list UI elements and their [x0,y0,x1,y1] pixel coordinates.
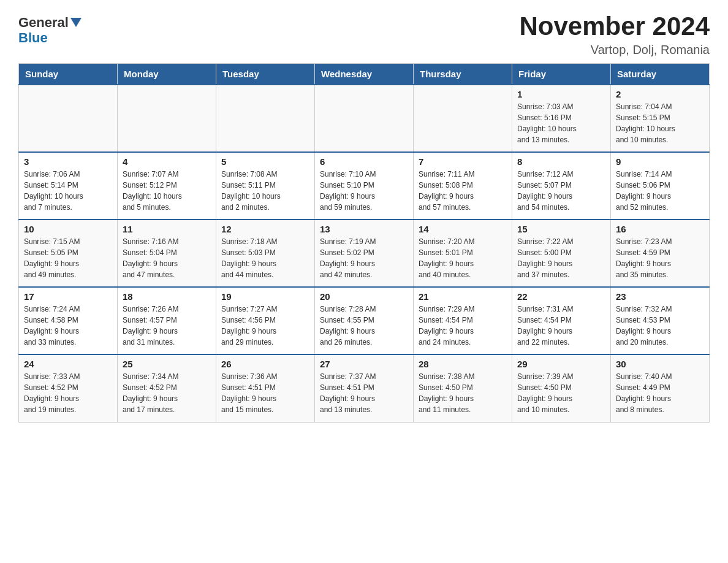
calendar-cell: 27Sunrise: 7:37 AMSunset: 4:51 PMDayligh… [315,354,414,422]
day-number: 25 [123,359,211,369]
calendar-cell: 24Sunrise: 7:33 AMSunset: 4:52 PMDayligh… [19,354,118,422]
calendar-cell: 26Sunrise: 7:36 AMSunset: 4:51 PMDayligh… [216,354,315,422]
day-info: Sunrise: 7:08 AMSunset: 5:11 PMDaylight:… [221,169,309,213]
day-info: Sunrise: 7:24 AMSunset: 4:58 PMDaylight:… [24,304,112,348]
day-number: 8 [517,156,605,167]
day-info: Sunrise: 7:07 AMSunset: 5:12 PMDaylight:… [123,169,211,213]
weekday-header-wednesday: Wednesday [315,64,414,85]
day-info: Sunrise: 7:16 AMSunset: 5:04 PMDaylight:… [123,236,211,280]
day-number: 10 [24,224,112,234]
calendar-cell: 10Sunrise: 7:15 AMSunset: 5:05 PMDayligh… [19,220,118,287]
weekday-header-saturday: Saturday [611,64,710,85]
calendar-header: SundayMondayTuesdayWednesdayThursdayFrid… [19,64,710,85]
weekday-header-thursday: Thursday [414,64,512,85]
calendar-cell: 22Sunrise: 7:31 AMSunset: 4:54 PMDayligh… [512,287,611,354]
day-number: 22 [517,291,605,302]
day-number: 18 [123,291,211,302]
location: Vartop, Dolj, Romania [519,43,710,57]
calendar-cell: 14Sunrise: 7:20 AMSunset: 5:01 PMDayligh… [414,220,512,287]
day-info: Sunrise: 7:27 AMSunset: 4:56 PMDaylight:… [221,304,309,348]
day-info: Sunrise: 7:23 AMSunset: 4:59 PMDaylight:… [616,236,704,280]
day-number: 28 [419,359,507,369]
day-info: Sunrise: 7:33 AMSunset: 4:52 PMDaylight:… [24,371,112,415]
calendar-cell: 25Sunrise: 7:34 AMSunset: 4:52 PMDayligh… [118,354,216,422]
calendar-cell [118,85,216,152]
calendar-cell: 4Sunrise: 7:07 AMSunset: 5:12 PMDaylight… [118,152,216,220]
day-info: Sunrise: 7:04 AMSunset: 5:15 PMDaylight:… [616,101,704,145]
calendar-cell: 6Sunrise: 7:10 AMSunset: 5:10 PMDaylight… [315,152,414,220]
calendar-cell: 11Sunrise: 7:16 AMSunset: 5:04 PMDayligh… [118,220,216,287]
weekday-header-sunday: Sunday [19,64,118,85]
day-info: Sunrise: 7:40 AMSunset: 4:49 PMDaylight:… [616,371,704,415]
week-row-3: 10Sunrise: 7:15 AMSunset: 5:05 PMDayligh… [19,220,710,287]
day-number: 9 [616,156,704,167]
day-number: 19 [221,291,309,302]
day-number: 17 [24,291,112,302]
day-number: 14 [419,224,507,234]
day-info: Sunrise: 7:31 AMSunset: 4:54 PMDaylight:… [517,304,605,348]
day-info: Sunrise: 7:11 AMSunset: 5:08 PMDaylight:… [419,169,507,213]
logo-general-text: General [18,15,82,30]
day-number: 29 [517,359,605,369]
calendar-cell: 23Sunrise: 7:32 AMSunset: 4:53 PMDayligh… [611,287,710,354]
day-info: Sunrise: 7:32 AMSunset: 4:53 PMDaylight:… [616,304,704,348]
day-number: 5 [221,156,309,167]
calendar-cell: 28Sunrise: 7:38 AMSunset: 4:50 PMDayligh… [414,354,512,422]
calendar-cell: 8Sunrise: 7:12 AMSunset: 5:07 PMDaylight… [512,152,611,220]
calendar-cell: 13Sunrise: 7:19 AMSunset: 5:02 PMDayligh… [315,220,414,287]
day-info: Sunrise: 7:28 AMSunset: 4:55 PMDaylight:… [320,304,408,348]
calendar-cell: 19Sunrise: 7:27 AMSunset: 4:56 PMDayligh… [216,287,315,354]
day-info: Sunrise: 7:26 AMSunset: 4:57 PMDaylight:… [123,304,211,348]
day-number: 16 [616,224,704,234]
day-number: 3 [24,156,112,167]
week-row-5: 24Sunrise: 7:33 AMSunset: 4:52 PMDayligh… [19,354,710,422]
day-number: 2 [616,89,704,99]
logo: General Blue [18,15,82,46]
day-number: 30 [616,359,704,369]
day-info: Sunrise: 7:19 AMSunset: 5:02 PMDaylight:… [320,236,408,280]
day-number: 11 [123,224,211,234]
day-number: 23 [616,291,704,302]
calendar-cell: 16Sunrise: 7:23 AMSunset: 4:59 PMDayligh… [611,220,710,287]
day-number: 20 [320,291,408,302]
page-header: General Blue November 2024 Vartop, Dolj,… [18,12,710,57]
day-number: 12 [221,224,309,234]
calendar-cell: 2Sunrise: 7:04 AMSunset: 5:15 PMDaylight… [611,85,710,152]
calendar-table: SundayMondayTuesdayWednesdayThursdayFrid… [18,63,710,423]
month-title: November 2024 [519,12,710,40]
day-number: 21 [419,291,507,302]
calendar-cell: 3Sunrise: 7:06 AMSunset: 5:14 PMDaylight… [19,152,118,220]
title-block: November 2024 Vartop, Dolj, Romania [519,12,710,57]
calendar-cell: 1Sunrise: 7:03 AMSunset: 5:16 PMDaylight… [512,85,611,152]
day-info: Sunrise: 7:15 AMSunset: 5:05 PMDaylight:… [24,236,112,280]
day-info: Sunrise: 7:06 AMSunset: 5:14 PMDaylight:… [24,169,112,213]
logo-blue-text: Blue [18,30,48,46]
calendar-cell: 5Sunrise: 7:08 AMSunset: 5:11 PMDaylight… [216,152,315,220]
day-number: 15 [517,224,605,234]
calendar-cell: 9Sunrise: 7:14 AMSunset: 5:06 PMDaylight… [611,152,710,220]
calendar-cell: 30Sunrise: 7:40 AMSunset: 4:49 PMDayligh… [611,354,710,422]
day-info: Sunrise: 7:37 AMSunset: 4:51 PMDaylight:… [320,371,408,415]
calendar-cell: 7Sunrise: 7:11 AMSunset: 5:08 PMDaylight… [414,152,512,220]
calendar-cell: 17Sunrise: 7:24 AMSunset: 4:58 PMDayligh… [19,287,118,354]
day-info: Sunrise: 7:12 AMSunset: 5:07 PMDaylight:… [517,169,605,213]
calendar-cell [315,85,414,152]
calendar-cell: 18Sunrise: 7:26 AMSunset: 4:57 PMDayligh… [118,287,216,354]
calendar-cell: 12Sunrise: 7:18 AMSunset: 5:03 PMDayligh… [216,220,315,287]
day-number: 1 [517,89,605,99]
day-info: Sunrise: 7:22 AMSunset: 5:00 PMDaylight:… [517,236,605,280]
day-info: Sunrise: 7:10 AMSunset: 5:10 PMDaylight:… [320,169,408,213]
week-row-4: 17Sunrise: 7:24 AMSunset: 4:58 PMDayligh… [19,287,710,354]
day-info: Sunrise: 7:39 AMSunset: 4:50 PMDaylight:… [517,371,605,415]
day-number: 6 [320,156,408,167]
day-number: 7 [419,156,507,167]
calendar-cell [19,85,118,152]
calendar-cell [414,85,512,152]
weekday-header-friday: Friday [512,64,611,85]
calendar-cell [216,85,315,152]
week-row-2: 3Sunrise: 7:06 AMSunset: 5:14 PMDaylight… [19,152,710,220]
weekday-header-monday: Monday [118,64,216,85]
day-info: Sunrise: 7:34 AMSunset: 4:52 PMDaylight:… [123,371,211,415]
calendar-cell: 29Sunrise: 7:39 AMSunset: 4:50 PMDayligh… [512,354,611,422]
weekday-row: SundayMondayTuesdayWednesdayThursdayFrid… [19,64,710,85]
